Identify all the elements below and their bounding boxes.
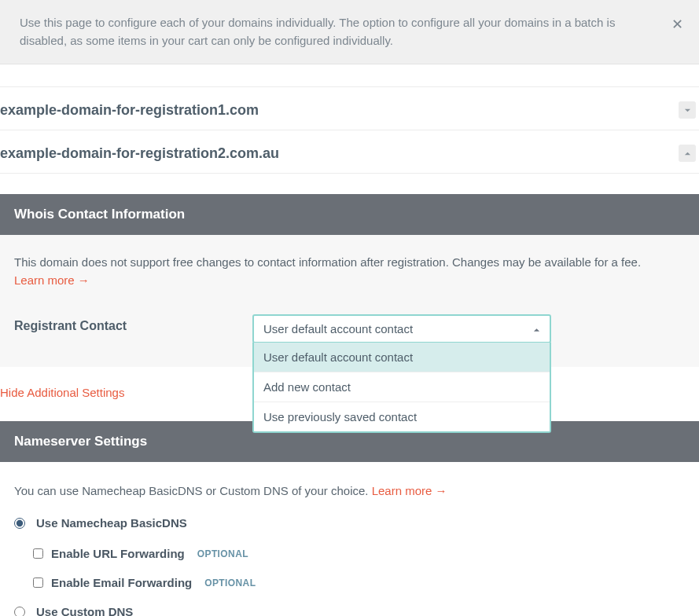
- url-forwarding-row: Enable URL Forwarding OPTIONAL: [33, 547, 685, 560]
- chevron-up-icon: [533, 322, 540, 336]
- learn-more-link[interactable]: Learn more →: [372, 484, 447, 497]
- optional-badge: OPTIONAL: [204, 578, 256, 588]
- optional-badge: OPTIONAL: [197, 548, 248, 559]
- registrant-contact-row: Registrant Contact User default account …: [14, 314, 685, 343]
- email-forwarding-label: Enable Email Forwarding: [51, 576, 192, 589]
- domain-row[interactable]: example-domain-for-registration2.com.au: [0, 130, 699, 174]
- registrant-contact-dropdown: User default account contact Add new con…: [252, 343, 551, 433]
- registrant-contact-select[interactable]: User default account contact: [252, 314, 551, 343]
- nameserver-intro: You can use Namecheap BasicDNS or Custom…: [14, 484, 685, 497]
- nameserver-section-body: You can use Namecheap BasicDNS or Custom…: [0, 462, 699, 616]
- select-value: User default account contact: [263, 322, 413, 336]
- whois-warning: This domain does not support free change…: [14, 254, 685, 289]
- chevron-up-icon: [684, 150, 691, 157]
- notice-text: Use this page to configure each of your …: [20, 16, 615, 47]
- expand-button[interactable]: [679, 101, 696, 119]
- registrant-contact-label: Registrant Contact: [14, 314, 252, 333]
- learn-more-link[interactable]: Learn more →: [14, 273, 90, 287]
- section-title: Whois Contact Information: [14, 207, 185, 222]
- basicdns-label: Use Namecheap BasicDNS: [36, 516, 187, 530]
- customdns-option-row: Use Custom DNS: [14, 605, 685, 616]
- whois-section-header: Whois Contact Information: [0, 194, 699, 235]
- url-forwarding-label: Enable URL Forwarding: [51, 547, 185, 560]
- customdns-radio[interactable]: [14, 607, 25, 617]
- chevron-down-icon: [684, 107, 691, 114]
- intro-text: You can use Namecheap BasicDNS or Custom…: [14, 484, 372, 497]
- dropdown-option[interactable]: Add new contact: [254, 372, 550, 402]
- basicdns-option-row: Use Namecheap BasicDNS: [14, 516, 685, 530]
- url-forwarding-checkbox[interactable]: [33, 548, 43, 559]
- dropdown-option[interactable]: Use previously saved contact: [254, 402, 550, 431]
- email-forwarding-checkbox[interactable]: [33, 578, 43, 588]
- warning-text: This domain does not support free change…: [14, 255, 641, 269]
- close-icon[interactable]: ✕: [671, 14, 683, 35]
- customdns-label: Use Custom DNS: [36, 605, 133, 616]
- registrant-contact-select-wrap: User default account contact User defaul…: [252, 314, 551, 343]
- notice-bar: Use this page to configure each of your …: [0, 0, 699, 64]
- section-title: Nameserver Settings: [14, 434, 147, 449]
- domain-name: example-domain-for-registration2.com.au: [0, 145, 679, 162]
- email-forwarding-row: Enable Email Forwarding OPTIONAL: [33, 576, 685, 589]
- domain-row[interactable]: example-domain-for-registration1.com: [0, 86, 699, 130]
- whois-section-body: This domain does not support free change…: [0, 235, 699, 367]
- collapse-button[interactable]: [679, 145, 696, 162]
- domain-name: example-domain-for-registration1.com: [0, 102, 679, 119]
- basicdns-radio[interactable]: [14, 518, 25, 529]
- dropdown-option[interactable]: User default account contact: [254, 343, 550, 372]
